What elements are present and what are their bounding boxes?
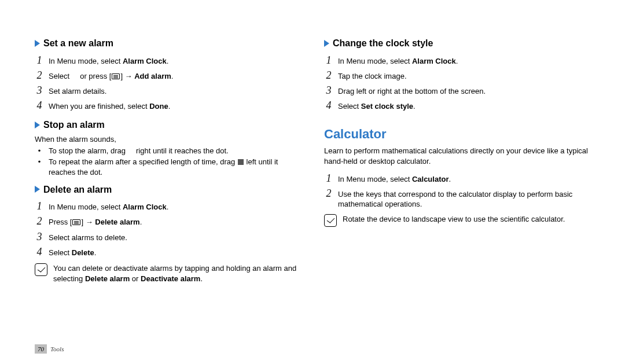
heading-text: Stop an alarm [43,119,105,131]
step: 2Press [] → Delete alarm. [35,214,301,228]
step-text: Use the keys that correspond to the calc… [338,189,590,209]
set-alarm-steps: 1In Menu mode, select Alarm Clock. 2Sele… [35,53,301,113]
clock-style-steps: 1In Menu mode, select Alarm Clock. 2Tap … [324,53,590,113]
step-number: 2 [35,68,44,82]
heading-set-new-alarm: Set a new alarm [35,37,301,50]
bullet: •To repeat the alarm after a specified l… [35,157,301,177]
left-column: Set a new alarm 1In Menu mode, select Al… [35,31,301,364]
step-number: 1 [324,171,333,185]
step: 1In Menu mode, select Alarm Clock. [324,53,590,67]
step-number: 3 [324,83,333,97]
bullet-text: To stop the alarm, drag right until it r… [49,146,301,156]
step-text: Press [] → Delete alarm. [49,217,301,227]
page: Set a new alarm 1In Menu mode, select Al… [0,0,625,364]
page-footer: 70 Tools [35,344,64,354]
note-text: Rotate the device to landscape view to u… [343,214,590,227]
step-text: In Menu mode, select Calculator. [338,174,590,185]
drag-handle-icon [238,159,244,165]
step: 1In Menu mode, select Alarm Clock. [35,53,301,67]
note-icon [324,214,337,227]
calculator-steps: 1In Menu mode, select Calculator. 2Use t… [324,171,590,209]
heading-text: Change the clock style [333,37,433,50]
chevron-right-icon [35,40,40,47]
step-number: 4 [324,98,333,112]
chevron-right-icon [35,122,40,128]
heading-text: Delete an alarm [43,183,112,196]
heading-text: Set a new alarm [43,37,113,50]
heading-stop-alarm: Stop an alarm [35,119,301,131]
step: 4When you are finished, select Done. [35,98,301,112]
step: 4Select Set clock style. [324,98,590,112]
step-number: 4 [35,98,44,112]
stop-alarm-lead: When the alarm sounds, [35,134,301,145]
bullet: •To stop the alarm, drag right until it … [35,146,301,156]
step-text: Select Set clock style. [338,101,590,112]
stop-alarm-bullets: •To stop the alarm, drag right until it … [35,146,301,178]
step: 3Set alarm details. [35,83,301,97]
chevron-right-icon [324,40,329,47]
menu-key-icon [112,73,120,79]
bullet-dot: • [35,157,44,167]
step-text: In Menu mode, select Alarm Clock. [49,202,301,212]
calculator-intro: Learn to perform mathematical calculatio… [324,146,590,166]
step: 3Select alarms to delete. [35,230,301,244]
heading-calculator: Calculator [324,126,590,143]
bullet-dot: • [35,146,44,156]
page-number: 70 [35,344,47,354]
step-number: 4 [35,245,44,259]
step-text: In Menu mode, select Alarm Clock. [49,56,301,67]
step-text: When you are finished, select Done. [49,101,301,112]
menu-key-icon [72,219,80,225]
step-number: 2 [324,186,333,200]
right-column: Change the clock style 1In Menu mode, se… [324,31,590,364]
step: 2Tap the clock image. [324,68,590,82]
step: 1In Menu mode, select Alarm Clock. [35,199,301,213]
heading-change-clock-style: Change the clock style [324,37,590,50]
chevron-right-icon [35,186,40,193]
step-text: Select or press [] → Add alarm. [49,71,301,82]
step-text: Set alarm details. [49,86,301,97]
heading-delete-alarm: Delete an alarm [35,183,301,196]
step-text: Select alarms to delete. [49,233,301,243]
step: 3Drag left or right at the bottom of the… [324,83,590,97]
note-icon [35,263,47,276]
step-text: In Menu mode, select Alarm Clock. [338,56,590,67]
step: 2Select or press [] → Add alarm. [35,68,301,82]
step-number: 3 [35,230,44,244]
step: 4Select Delete. [35,245,301,259]
step: 1In Menu mode, select Calculator. [324,171,590,185]
footer-section: Tools [50,345,64,352]
step-number: 2 [324,68,333,82]
note-calculator: Rotate the device to landscape view to u… [324,214,590,227]
step-number: 1 [35,53,44,67]
bullet-text: To repeat the alarm after a specified le… [49,157,301,177]
step-number: 2 [35,214,44,228]
note-text: You can delete or deactivate alarms by t… [53,263,301,284]
step-text: Drag left or right at the bottom of the … [338,86,590,97]
step: 2Use the keys that correspond to the cal… [324,186,590,209]
step-number: 1 [324,53,333,67]
step-text: Tap the clock image. [338,71,590,82]
step-number: 1 [35,199,44,213]
delete-alarm-steps: 1In Menu mode, select Alarm Clock. 2Pres… [35,199,301,259]
step-number: 3 [35,83,44,97]
step-text: Select Delete. [49,248,301,258]
note-delete-alarm: You can delete or deactivate alarms by t… [35,263,301,284]
